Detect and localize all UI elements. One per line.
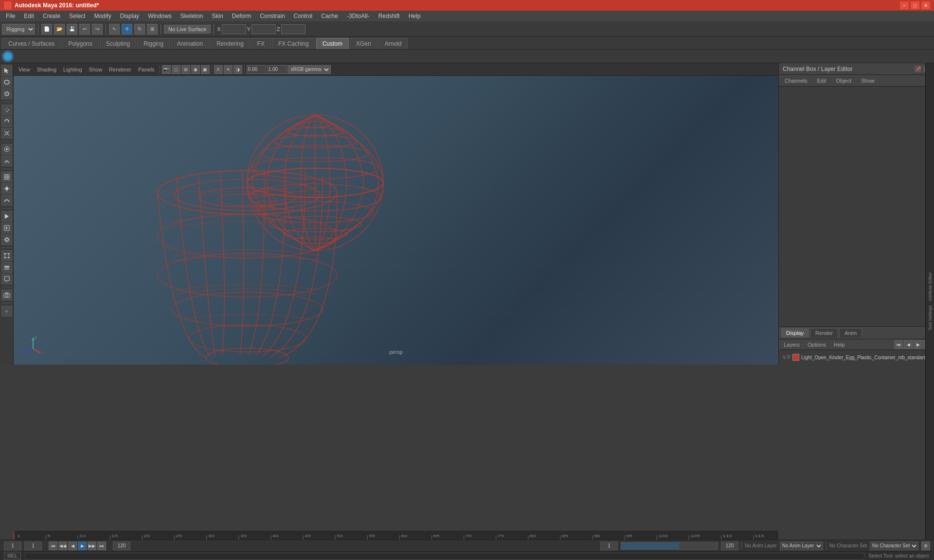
extra-btn[interactable]: +	[1, 306, 12, 316]
menu-cache[interactable]: Cache	[317, 12, 342, 20]
layer-menu-help[interactable]: Help	[831, 341, 848, 349]
tab-fx[interactable]: FX	[251, 38, 271, 49]
menu-redshift[interactable]: Redshift	[375, 12, 404, 20]
move-tool-btn[interactable]	[1, 105, 12, 115]
layer-menu-layers[interactable]: Layers	[781, 341, 803, 349]
rotate-tool-btn[interactable]	[1, 116, 12, 127]
display-layers-btn[interactable]	[1, 262, 12, 273]
y-input[interactable]	[251, 24, 276, 34]
undo-button[interactable]: ↩	[79, 24, 90, 35]
menu-display[interactable]: Display	[116, 12, 143, 20]
render-settings-btn[interactable]	[1, 234, 12, 245]
move-tool[interactable]: ✛	[122, 24, 132, 35]
viewport-lighting-menu[interactable]: Lighting	[60, 66, 85, 73]
edit-tab[interactable]: Edit	[813, 77, 830, 85]
viewport-panels-menu[interactable]: Panels	[135, 66, 158, 73]
textured-btn[interactable]: ▣	[201, 65, 210, 74]
minimize-button[interactable]: −	[900, 1, 909, 9]
current-frame-input[interactable]: 1	[24, 542, 42, 550]
snap-grid-btn[interactable]	[1, 172, 12, 182]
menu-control[interactable]: Control	[290, 12, 317, 20]
rotate-tool[interactable]: ↻	[134, 24, 145, 35]
color-profile-select[interactable]: sRGB gamma	[287, 65, 331, 74]
tab-custom[interactable]: Custom	[316, 38, 349, 49]
tab-xgen[interactable]: XGen	[350, 38, 377, 49]
go-to-start-button[interactable]: ⏮	[49, 542, 57, 550]
tab-animation[interactable]: Animation	[171, 38, 209, 49]
paint-select-btn[interactable]	[1, 88, 12, 99]
wireframe-btn[interactable]: ⊞	[181, 65, 190, 74]
end-frame-display[interactable]: 120	[113, 542, 130, 550]
tab-polygons[interactable]: Polygons	[62, 38, 98, 49]
lighting-toggle-btn[interactable]: ☀	[224, 65, 233, 74]
character-set-select[interactable]: No Character Set	[870, 542, 918, 550]
maximize-button[interactable]: □	[911, 1, 919, 9]
timeline-range-slider[interactable]	[621, 542, 718, 550]
layer-tab-anim[interactable]: Anim	[839, 328, 862, 337]
play-back-button[interactable]: ◀	[68, 542, 77, 550]
select-tool-btn[interactable]	[1, 65, 12, 76]
char-set-settings-btn[interactable]: ⚙	[921, 542, 930, 550]
channels-tab[interactable]: Channels	[781, 77, 811, 85]
select-by-type-btn[interactable]: ◻	[172, 65, 180, 74]
menu-file[interactable]: File	[2, 12, 19, 20]
menu-windows[interactable]: Windows	[144, 12, 176, 20]
redo-button[interactable]: ↪	[92, 24, 103, 35]
script-input[interactable]	[25, 553, 865, 560]
viewport-show-menu[interactable]: Show	[86, 66, 106, 73]
x-input[interactable]	[222, 24, 246, 34]
tool-settings-label[interactable]: Tool Settings	[927, 303, 934, 332]
sculpt-btn[interactable]	[1, 156, 12, 166]
camera-icon-btn[interactable]: 📷	[162, 65, 171, 74]
viewport-view-menu[interactable]: View	[16, 66, 33, 73]
step-forward-button[interactable]: ▶▶	[88, 542, 96, 550]
layer-nav-next[interactable]: ▶	[914, 340, 922, 349]
go-to-end-button[interactable]: ⏭	[97, 542, 106, 550]
tab-rigging[interactable]: Rigging	[137, 38, 170, 49]
open-scene-button[interactable]: 📂	[54, 24, 65, 35]
tab-rendering[interactable]: Rendering	[210, 38, 250, 49]
layer-nav-first[interactable]: ⏮	[894, 340, 903, 349]
menu-create[interactable]: Create	[39, 12, 64, 20]
new-scene-button[interactable]: 📄	[41, 24, 52, 35]
layer-nav-prev[interactable]: ◀	[904, 340, 913, 349]
show-tab[interactable]: Show	[857, 77, 879, 85]
lasso-tool-btn[interactable]	[1, 77, 12, 88]
soft-select-btn[interactable]	[1, 144, 12, 155]
cb-pin-button[interactable]: 📌	[915, 66, 921, 72]
attribute-editor-label[interactable]: Attribute Editor	[927, 270, 934, 303]
exposure-input[interactable]	[247, 65, 266, 74]
snap-point-btn[interactable]	[1, 183, 12, 194]
scale-tool-btn[interactable]	[1, 128, 12, 139]
anim-layer-select[interactable]: No Anim Layer	[780, 542, 823, 550]
select-tool[interactable]: ↖	[109, 24, 120, 35]
menu-modify[interactable]: Modify	[90, 12, 115, 20]
viewport-shading-menu[interactable]: Shading	[34, 66, 59, 73]
camera-btn[interactable]	[1, 290, 12, 300]
layer-tab-display[interactable]: Display	[781, 328, 809, 337]
menu-3dtall[interactable]: -3DtoAll-	[343, 12, 374, 20]
tab-arnold[interactable]: Arnold	[378, 38, 408, 49]
viewport-canvas[interactable]: persp Y X Z	[14, 76, 778, 365]
range-end-input[interactable]	[721, 542, 738, 550]
range-start-input[interactable]	[600, 542, 618, 550]
render-btn[interactable]	[1, 211, 12, 222]
viewport-renderer-menu[interactable]: Renderer	[106, 66, 134, 73]
menu-edit[interactable]: Edit	[20, 12, 38, 20]
menu-select[interactable]: Select	[65, 12, 89, 20]
scale-tool[interactable]: ⊞	[147, 24, 158, 35]
timeline-ruler[interactable]: 1 5 10 15 20 25 30 35 40 45 50 55 60 65 …	[14, 531, 778, 540]
tab-curves-surfaces[interactable]: Curves / Surfaces	[2, 38, 61, 49]
show-manipulator-btn[interactable]	[1, 250, 12, 261]
shadow-toggle-btn[interactable]: ◑	[234, 65, 242, 74]
layer-tab-render[interactable]: Render	[810, 328, 838, 337]
close-button[interactable]: ✕	[921, 1, 930, 9]
annotation-btn[interactable]	[1, 274, 12, 284]
menu-skin[interactable]: Skin	[208, 12, 227, 20]
snap-curve-btn[interactable]	[1, 195, 12, 206]
gamma-input[interactable]	[267, 65, 287, 74]
tab-sculpting[interactable]: Sculpting	[100, 38, 136, 49]
object-tab[interactable]: Object	[832, 77, 855, 85]
menu-help[interactable]: Help	[405, 12, 425, 20]
play-forward-button[interactable]: ▶	[78, 542, 87, 550]
